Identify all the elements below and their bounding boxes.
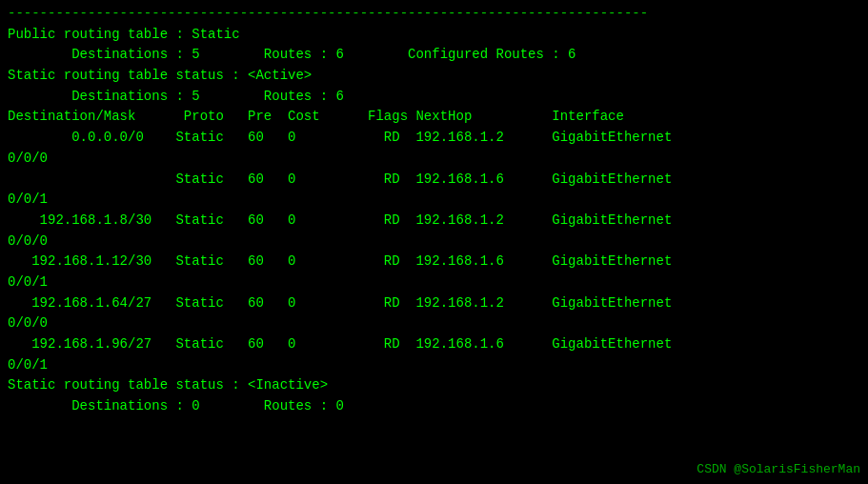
terminal-line: Static routing table status : <Inactive> (8, 375, 860, 396)
terminal-line: 192.168.1.64/27 Static 60 0 RD 192.168.1… (8, 293, 860, 314)
terminal-line: 192.168.1.8/30 Static 60 0 RD 192.168.1.… (8, 211, 860, 232)
terminal-line: Static 60 0 RD 192.168.1.6 GigabitEthern… (8, 170, 860, 191)
terminal-line: 192.168.1.12/30 Static 60 0 RD 192.168.1… (8, 252, 860, 272)
terminal-line: 0/0/1 (8, 272, 860, 293)
terminal-line: 0.0.0.0/0 Static 60 0 RD 192.168.1.2 Gig… (8, 128, 860, 149)
terminal-line: 0/0/1 (8, 190, 860, 211)
terminal-line: Destinations : 5 Routes : 6 Configured R… (8, 45, 860, 66)
terminal-line: Destination/Mask Proto Pre Cost Flags Ne… (8, 107, 860, 128)
terminal-line: Public routing table : Static (8, 25, 860, 46)
terminal-line: 0/0/1 (8, 355, 860, 376)
watermark: CSDN @SolarisFisherMan (696, 462, 860, 476)
terminal-line: ----------------------------------------… (8, 4, 860, 25)
terminal-line: 0/0/0 (8, 149, 860, 170)
terminal-window: ----------------------------------------… (0, 0, 868, 484)
terminal-line: 192.168.1.96/27 Static 60 0 RD 192.168.1… (8, 334, 860, 355)
terminal-line: Destinations : 5 Routes : 6 (8, 87, 860, 108)
terminal-line: Destinations : 0 Routes : 0 (8, 396, 860, 417)
terminal-line: Static routing table status : <Active> (8, 66, 860, 87)
terminal-line: 0/0/0 (8, 313, 860, 334)
terminal-line: 0/0/0 (8, 232, 860, 252)
